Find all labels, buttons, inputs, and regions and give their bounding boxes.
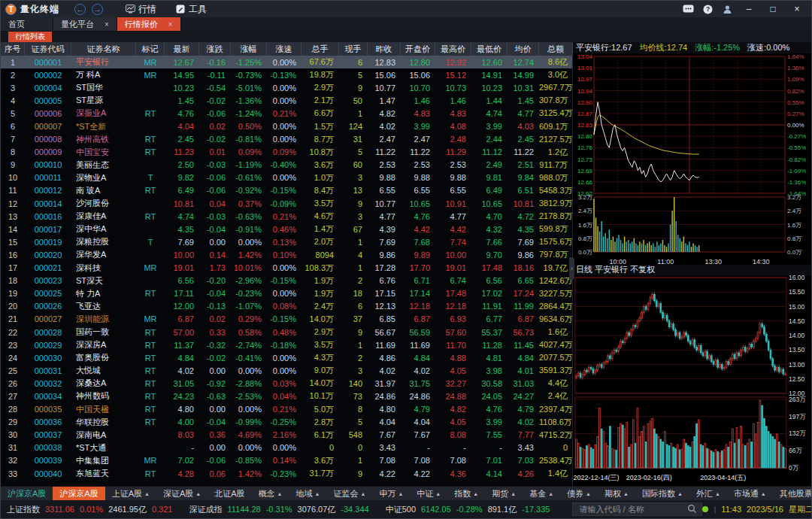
table-row[interactable]: 13000016深康佳ART4.74-0.03-0.63%0.21%4.6万34… (1, 210, 572, 223)
table-row[interactable]: 27000034神州数码RT24.23-0.63-2.53%0.04%10.1万… (1, 390, 572, 402)
table-row[interactable]: 16000020深华发A10.000.141.42%0.10%809449.86… (1, 248, 572, 261)
kline-chart[interactable]: 16.0015.5015.0014.5014.0013.5013.0012.50… (573, 275, 811, 486)
back-icon[interactable]: ← (74, 4, 86, 15)
category-tab[interactable]: 市场通▲ (727, 487, 773, 500)
category-tab[interactable]: 其他股票▲ (773, 487, 812, 500)
category-tab[interactable]: 北证A股 (208, 487, 251, 500)
category-tab[interactable]: 沪深京A股 (53, 487, 105, 500)
cell-最高价: 11.70 (435, 341, 471, 350)
index-quote[interactable]: 上证指数3311.060.01%2461.95亿0.321 (7, 504, 172, 515)
category-tab[interactable]: 国际指数▲ (635, 487, 689, 500)
table-row[interactable]: 15000019深粮控股T7.690.000.00%0.13%2.0万17.69… (1, 235, 572, 248)
tab-home[interactable]: 首页 (1, 17, 53, 31)
user-icon[interactable] (721, 4, 733, 14)
table-row[interactable]: 1000001平安银行MR12.67-0.16-1.25%0.00%67.6万6… (1, 56, 572, 68)
table-row[interactable]: 7000008神州高铁RT2.45-0.02-0.81%0.00%8.7万312… (1, 133, 572, 146)
table-row[interactable]: 5000006深振业ART4.76-0.06-1.24%0.21%6.6万14.… (1, 107, 572, 120)
menu-tools[interactable]: 工具 (176, 3, 207, 16)
table-row[interactable]: 24000030富奥股份RT4.84-0.02-0.41%0.00%4.3万24… (1, 351, 572, 364)
category-tab[interactable]: 沪深京A股 (1, 487, 53, 500)
table-row[interactable]: 23000029深深房ART11.37-0.32-2.74%-0.18%3.5万… (1, 338, 572, 351)
search-icon[interactable] (687, 504, 697, 515)
index-quote[interactable]: 中证5006142.05-0.28%891.1亿-17.335 (386, 504, 550, 515)
forward-icon[interactable]: → (92, 4, 103, 15)
cell-开盘价: 4.02 (401, 366, 435, 375)
category-tab[interactable]: 期权▲ (598, 487, 635, 500)
column-header[interactable]: 涨幅 (231, 42, 267, 56)
column-header[interactable]: 均价 (508, 42, 539, 56)
table-row[interactable]: 28000035中国天楹RT4.800.000.00%0.21%5.0万84.8… (1, 403, 572, 416)
table-row[interactable]: 21000027深圳能源MR6.870.020.29%-0.15%14.0万37… (1, 313, 572, 326)
table-row[interactable]: 25000031大悦城RT4.020.000.00%0.00%9.0万34.02… (1, 364, 572, 377)
cell-最高价: 4.88 (435, 354, 471, 363)
column-header[interactable]: 证券名称 (71, 42, 136, 56)
column-header[interactable]: 开盘价 (401, 42, 435, 56)
table-row[interactable]: 12000014沙河股份10.810.040.37%-0.09%3.5万910.… (1, 197, 572, 210)
market-chart-icon (126, 5, 135, 14)
category-tab[interactable]: 外汇▲ (689, 487, 727, 500)
table-row[interactable]: 22000028国药一致RT57.000.330.58%0.48%2.9万956… (1, 326, 572, 338)
table-row[interactable]: 20000026飞亚达12.00-0.13-1.07%0.08%2.4万612.… (1, 300, 572, 313)
index-quote[interactable]: 深证成指11144.28-0.31%3076.07亿-34.344 (189, 504, 368, 515)
column-header[interactable]: 总额 (539, 42, 573, 56)
table-row[interactable]: 33000040东旭蓝天RT4.280.061.42%-0.23%31.7万94… (1, 467, 572, 480)
table-row[interactable]: 8000009中国宝安RT11.230.010.09%0.09%10.8万511… (1, 146, 572, 159)
table-row[interactable]: 17000021深科技MR19.011.7310.01%0.00%108.3万1… (1, 262, 572, 275)
column-header[interactable]: 最低价 (471, 42, 508, 56)
category-tab[interactable]: 上证A股▲ (105, 487, 156, 500)
column-header[interactable]: 涨跌 (199, 42, 231, 56)
column-header[interactable]: 昨收 (368, 42, 401, 56)
table-row[interactable]: 11000012南 玻ART6.49-0.06-0.92%-0.15%8.4万1… (1, 184, 572, 197)
tab-market-quotes[interactable]: 行情报价 × (117, 17, 181, 31)
column-header[interactable]: 涨速 (267, 42, 301, 56)
table-row[interactable]: 31000038*ST大通-0.000.00%0.00%003.43---3.4… (1, 442, 572, 454)
category-tab[interactable]: 证监会▲ (326, 487, 372, 500)
help-icon[interactable]: ? (701, 4, 714, 14)
column-header[interactable]: 总手 (301, 42, 339, 56)
table-row[interactable]: 26000032深桑达ART31.05-0.92-2.88%0.03%14.0万… (1, 377, 572, 390)
table-row[interactable]: 32000039中集集团MR7.02-0.06-0.85%0.14%3.6万17… (1, 454, 572, 467)
tab-close-icon[interactable]: × (105, 20, 109, 29)
table-row[interactable]: 14000017深中华A4.35-0.04-0.91%0.46%1.4万674.… (1, 223, 572, 235)
column-header[interactable]: 序号 (1, 42, 25, 56)
table-row[interactable]: 10000011深物业AT9.82-0.06-0.61%0.00%1.0万39.… (1, 171, 572, 184)
table-row[interactable]: 30000037深南电A8.030.364.69%2.16%6.1万5487.6… (1, 429, 572, 442)
category-tab[interactable]: 地域▲ (289, 487, 327, 500)
search-box[interactable] (572, 502, 702, 516)
table-row[interactable]: 6000007*ST全新4.040.020.50%0.00%1.5万1244.0… (1, 120, 572, 132)
cell-最低价: 17.48 (471, 263, 508, 272)
cell-总额: 4.4亿 (539, 378, 572, 389)
menu-market[interactable]: 行情 (126, 3, 156, 16)
panel-splitter-handle[interactable]: › (569, 257, 574, 280)
category-tab[interactable]: 债券▲ (560, 487, 598, 500)
cell-涨幅: 0.00% (231, 443, 267, 452)
category-tab[interactable]: 概念▲ (252, 487, 289, 500)
category-tab[interactable]: 期货▲ (485, 487, 523, 500)
maximize-button[interactable]: □ (765, 2, 781, 16)
tab-quant-platform[interactable]: 量化平台 × (53, 17, 117, 31)
category-tab[interactable]: 中证▲ (410, 487, 447, 500)
feedback-icon[interactable] (682, 4, 694, 14)
column-header[interactable]: 最新 (165, 42, 199, 56)
category-tab[interactable]: 深证A股▲ (156, 487, 208, 500)
table-row[interactable]: 29000036华联控股RT4.00-0.04-0.99%-0.25%2.8万5… (1, 416, 572, 429)
category-tab[interactable]: 基金▲ (523, 487, 560, 500)
subtab-quote-list[interactable]: 行情列表 (8, 32, 52, 42)
minimize-button[interactable]: – (741, 2, 757, 16)
intraday-chart[interactable]: 13.041.64%13.011.36%12.971.09%12.940.82%… (573, 53, 811, 265)
category-tab[interactable]: 指数▲ (447, 487, 485, 500)
table-row[interactable]: 2000002万 科AMR14.95-0.11-0.73%-0.13%19.8万… (1, 68, 572, 81)
category-tab[interactable]: 申万▲ (372, 487, 410, 500)
table-row[interactable]: 19000025特 力ART17.11-0.04-0.23%0.00%1.9万1… (1, 287, 572, 300)
table-row[interactable]: 4000005ST星源1.45-0.02-1.36%0.00%2.1万501.4… (1, 94, 572, 107)
table-row[interactable]: 9000010美丽生态2.50-0.03-1.19%-0.40%3.6万602.… (1, 159, 572, 171)
table-row[interactable]: 18000023ST深天6.56-0.20-2.96%-0.15%1.9万26.… (1, 275, 572, 287)
close-button[interactable]: × (789, 2, 805, 16)
column-header[interactable]: 证券代码 (25, 42, 71, 56)
search-input[interactable] (577, 504, 687, 514)
tab-close-icon[interactable]: × (168, 20, 173, 29)
column-header[interactable]: 最高价 (435, 42, 471, 56)
column-header[interactable]: 标记 (136, 42, 165, 56)
table-row[interactable]: 3000004ST国华10.23-0.54-5.01%0.00%2.9万910.… (1, 81, 572, 94)
column-header[interactable]: 现手 (339, 42, 368, 56)
